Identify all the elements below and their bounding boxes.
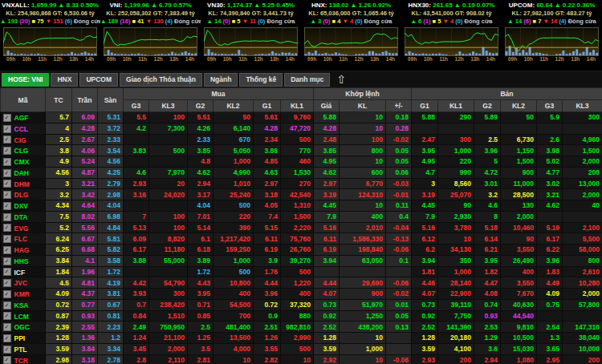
last-price-cell[interactable]: 5.16 [314,222,340,233]
col-header-kl1[interactable]: KL1 [281,100,314,112]
volume-cell[interactable]: 300 [563,112,602,123]
col-header-tran[interactable]: Trần [72,88,98,112]
price-cell[interactable]: 1.72 [188,266,214,277]
price-cell[interactable]: 4.6 [474,200,501,212]
last-volume-cell[interactable] [340,266,386,277]
volume-cell[interactable]: 220 [214,211,254,222]
price-cell[interactable]: 4.85 [254,156,281,168]
price-cell[interactable]: 3.02 [537,178,563,189]
last-price-cell[interactable]: 5.88 [314,112,340,123]
price-cell[interactable]: 2.51 [254,322,281,333]
volume-cell[interactable]: 7,670 [501,289,537,300]
last-price-cell[interactable]: 3.85 [314,145,340,156]
volume-cell[interactable]: 4,100 [438,343,474,354]
col-header-kl3[interactable]: KL3 [563,100,602,112]
price-cell[interactable]: 0.84 [124,310,149,322]
col-header-kl3[interactable]: KL3 [149,100,188,112]
row-checkbox[interactable]: ✓ [3,279,11,287]
volume-cell[interactable]: 34,130 [438,245,474,256]
price-cell[interactable]: 6.12 [412,233,438,245]
volume-cell[interactable]: 21,100 [149,333,188,344]
price-cell[interactable]: 6.21 [474,245,501,256]
price-cell[interactable]: 1.26 [254,333,281,344]
price-cell[interactable]: 3.45 [124,343,149,354]
volume-cell[interactable]: 500 [149,145,188,156]
last-volume-cell[interactable]: 198,840 [340,245,386,256]
row-checkbox[interactable]: ✓ [3,135,11,144]
index-panel-vn30[interactable]: VN30: 1,174.37 ▲ 5.25 0.45% KL: 74,390,8… [201,0,301,71]
volume-cell[interactable]: 130 [501,200,537,212]
last-volume-cell[interactable]: 600 [340,167,386,178]
last-volume-cell[interactable]: 29,690 [340,277,386,289]
volume-cell[interactable]: 42,540 [281,189,314,200]
price-cell[interactable]: 3.6 [474,343,501,354]
price-cell[interactable]: 4.05 [254,200,281,212]
volume-cell[interactable]: 50 [501,112,537,123]
stock-code[interactable]: ICF [14,268,26,276]
volume-cell[interactable]: 390 [214,222,254,233]
stock-code[interactable]: JVC [14,279,28,287]
price-cell[interactable]: 3.83 [124,145,149,156]
col-header-tc[interactable]: TC [46,88,72,112]
volume-cell[interactable]: 1,010 [214,178,254,189]
stock-code[interactable]: CLG [14,147,29,155]
volume-cell[interactable]: 8,820 [149,233,188,245]
price-cell[interactable]: 6.17 [537,233,563,245]
volume-cell[interactable]: 90 [501,233,537,245]
price-cell[interactable]: 4.2 [124,123,149,134]
volume-cell[interactable]: 7,970 [149,167,188,178]
price-cell[interactable]: 3.94 [412,255,438,266]
last-volume-cell[interactable]: 800 [340,145,386,156]
last-price-cell[interactable]: 4.95 [314,156,340,168]
row-checkbox[interactable]: ✓ [3,191,11,199]
volume-cell[interactable]: 39,110 [438,299,474,310]
price-cell[interactable]: 3.96 [474,145,501,156]
volume-cell[interactable]: 1,500 [563,145,602,156]
volume-cell[interactable]: 200 [563,354,602,364]
price-cell[interactable]: 2.5 [474,134,501,145]
last-price-cell[interactable]: 4.07 [314,289,340,300]
volume-cell[interactable]: 400 [281,289,314,300]
price-cell[interactable]: 5.19 [537,222,563,233]
row-checkbox[interactable]: ✓ [3,356,11,364]
price-cell[interactable]: 2.5 [188,322,214,333]
volume-cell[interactable]: 10,800 [214,277,254,289]
price-cell[interactable] [537,310,563,322]
price-cell[interactable]: 5.51 [188,112,214,123]
price-cell[interactable]: 7.9 [412,211,438,222]
price-cell[interactable]: 3.95 [412,145,438,156]
volume-cell[interactable]: 290 [438,112,474,123]
price-cell[interactable]: 4.8 [188,156,214,168]
volume-cell[interactable]: 10 [438,233,474,245]
volume-cell[interactable]: 10,460 [501,222,537,233]
last-volume-cell[interactable]: 10 [340,333,386,344]
col-header-san[interactable]: Sàn [98,88,124,112]
volume-cell[interactable]: 141,390 [438,322,474,333]
price-cell[interactable] [537,211,563,222]
row-checkbox[interactable]: ✓ [3,301,11,309]
price-cell[interactable]: 2.33 [188,134,214,145]
row-checkbox[interactable]: ✓ [3,312,11,320]
volume-cell[interactable]: 2,100 [563,222,602,233]
price-cell[interactable]: 3.55 [254,343,281,354]
price-cell[interactable]: 1.76 [254,266,281,277]
price-cell[interactable]: 3.21 [537,189,563,200]
index-panel-hnx30[interactable]: HNX30: 261.65 ▲ 0.19 0.07% KL: 43,541,00… [401,0,502,71]
volume-cell[interactable]: 2,220 [281,222,314,233]
volume-cell[interactable]: 100 [149,112,188,123]
last-volume-cell[interactable]: 2,010 [340,222,386,233]
volume-cell[interactable]: 481,400 [214,322,254,333]
stock-code[interactable]: PTL [14,346,27,354]
row-checkbox[interactable]: ✓ [3,268,11,276]
volume-cell[interactable]: 2,930 [438,211,474,222]
price-cell[interactable]: 4.46 [412,277,438,289]
price-cell[interactable]: 5.13 [124,222,149,233]
volume-cell[interactable]: 5,500 [563,233,602,245]
volume-cell[interactable] [149,266,188,277]
stock-code[interactable]: LCM [14,312,29,320]
volume-cell[interactable]: 500 [281,134,314,145]
last-price-cell[interactable]: 7.9 [314,211,340,222]
price-cell[interactable]: 2.93 [412,354,438,364]
price-cell[interactable]: 6.14 [474,233,501,245]
col-header-kl1[interactable]: KL1 [438,100,474,112]
